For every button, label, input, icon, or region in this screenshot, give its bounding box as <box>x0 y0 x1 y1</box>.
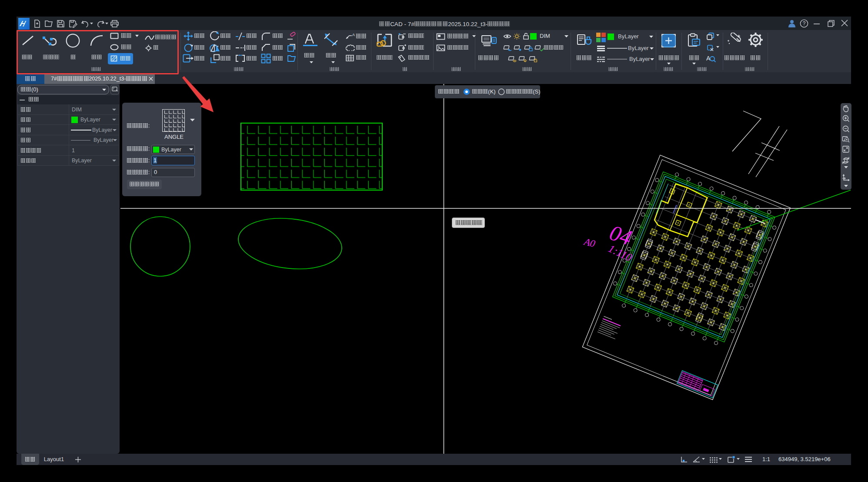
svg-text:A0: A0 <box>582 236 597 249</box>
